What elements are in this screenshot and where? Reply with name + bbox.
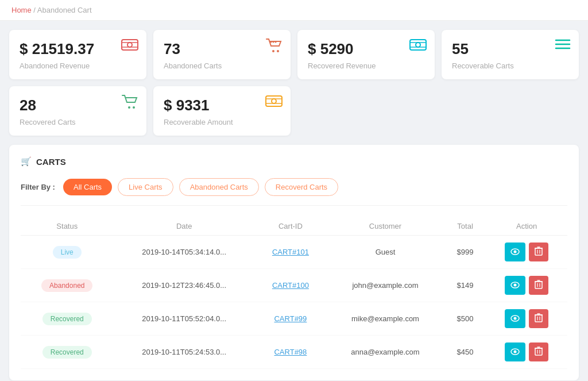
cell-cart-id: CART#98 [255,336,326,369]
recoverable-carts-value: 55 [452,40,568,58]
section-title: 🛒 CARTS [21,156,567,167]
delete-button[interactable] [529,243,548,261]
cell-total: $450 [444,336,486,369]
cart-section-icon: 🛒 [21,156,32,167]
cell-total: $999 [444,236,486,269]
cell-total: $149 [444,269,486,302]
abandoned-revenue-value: $ 21519.37 [20,40,136,58]
list-icon [555,38,571,54]
carts-section: 🛒 CARTS Filter By : All Carts Live Carts… [9,145,579,380]
svg-point-4 [272,50,274,52]
cell-status: Abandoned [21,269,114,302]
status-badge: Live [53,246,82,259]
cell-date: 2019-10-14T05:34:14.0... [114,236,255,269]
filter-row: Filter By : All Carts Live Carts Abandon… [21,178,567,206]
svg-point-17 [133,106,135,109]
breadcrumb-current: Abandoned Cart [37,6,92,14]
recovered-carts-value: 28 [20,97,136,114]
svg-rect-0 [122,40,138,50]
stat-card-abandoned-carts: 73 Abandoned Carts [153,30,291,79]
recoverable-carts-label: Recoverable Carts [452,61,568,70]
svg-rect-31 [535,282,542,288]
col-customer: Customer [326,217,444,236]
stat-card-recovered-carts: 28 Recovered Carts [9,86,146,136]
cell-cart-id: CART#100 [255,269,326,302]
cart-id-link[interactable]: CART#98 [274,348,307,356]
svg-point-5 [277,50,279,52]
cart-abandoned-icon [265,38,283,56]
cell-cart-id: CART#101 [255,236,326,269]
svg-point-10 [416,43,420,47]
svg-point-30 [514,283,517,286]
filter-abandoned-carts[interactable]: Abandoned Carts [179,178,259,196]
recoverable-amount-label: Recoverable Amount [164,118,280,126]
stats-grid-row1: $ 21519.37 Abandoned Revenue 73 Abandone… [9,30,579,79]
abandoned-carts-value: 73 [164,40,280,58]
table-row: Abandoned 2019-10-12T23:46:45.0... CART#… [21,269,567,302]
filter-live-carts[interactable]: Live Carts [118,178,173,196]
status-badge: Abandoned [41,279,92,292]
view-button[interactable] [505,309,525,328]
cell-status: Recovered [21,336,114,369]
status-badge: Recovered [42,313,92,325]
view-button[interactable] [505,243,525,261]
svg-rect-38 [535,315,542,322]
cell-date: 2019-10-11T05:24:53.0... [114,336,255,369]
stats-grid-row2: 28 Recovered Carts $ 9331 Recoverable Am… [9,86,579,136]
stat-card-recovered-revenue: $ 5290 Recovered Revenue [297,30,435,79]
cell-total: $500 [444,302,486,336]
svg-rect-18 [266,96,282,106]
recovered-carts-label: Recovered Carts [20,118,136,126]
svg-point-23 [514,250,517,253]
dollar-icon [121,38,138,55]
recovered-revenue-label: Recovered Revenue [308,61,424,70]
svg-point-44 [514,350,517,353]
stat-card-recoverable-carts: 55 Recoverable Carts [442,30,579,79]
cart-recovered-icon [121,94,138,113]
filter-all-carts[interactable]: All Carts [63,179,112,195]
stat-card-abandoned-revenue: $ 21519.37 Abandoned Revenue [9,30,146,79]
dollar-recovered-icon [409,38,427,55]
cell-action [486,336,567,369]
table-header-row: Status Date Cart-ID Customer Total Actio… [21,217,567,236]
status-badge: Recovered [42,346,92,359]
cart-id-link[interactable]: CART#100 [272,281,309,290]
col-date: Date [114,217,255,236]
breadcrumb-home[interactable]: Home [11,6,32,14]
filter-recovered-carts[interactable]: Recoverd Carts [265,178,338,196]
cell-date: 2019-10-11T05:52:04.0... [114,302,255,336]
cell-customer: Guest [326,236,444,269]
cell-status: Live [21,236,114,269]
table-row: Live 2019-10-14T05:34:14.0... CART#101 G… [21,236,567,269]
svg-point-19 [272,99,276,103]
cell-customer: mike@example.com [326,302,444,336]
cell-customer: anna@example.com [326,336,444,369]
carts-table: Status Date Cart-ID Customer Total Actio… [21,217,567,369]
view-button[interactable] [505,342,525,361]
svg-rect-9 [410,40,426,50]
delete-button[interactable] [529,276,548,295]
breadcrumb: Home / Abandoned Cart [0,0,588,21]
cart-id-link[interactable]: CART#101 [272,248,309,256]
svg-rect-24 [535,248,542,255]
table-row: Recovered 2019-10-11T05:52:04.0... CART#… [21,302,567,336]
cart-id-link[interactable]: CART#99 [274,314,307,323]
cell-customer: john@example.com [326,269,444,302]
cell-action [486,302,567,336]
cell-date: 2019-10-12T23:46:45.0... [114,269,255,302]
recoverable-amount-value: $ 9331 [164,97,280,114]
filter-label: Filter By : [21,183,55,191]
svg-point-37 [514,317,517,320]
delete-button[interactable] [529,342,548,361]
stat-card-recoverable-amount: $ 9331 Recoverable Amount [153,86,291,136]
col-cart-id: Cart-ID [255,217,326,236]
view-button[interactable] [505,276,525,295]
abandoned-carts-label: Abandoned Carts [164,61,280,70]
col-action: Action [486,217,567,236]
svg-point-1 [127,43,132,47]
svg-point-8 [275,41,277,43]
svg-rect-45 [535,348,542,355]
cell-action [486,269,567,302]
delete-button[interactable] [529,309,548,328]
table-row: Recovered 2019-10-11T05:24:53.0... CART#… [21,336,567,369]
